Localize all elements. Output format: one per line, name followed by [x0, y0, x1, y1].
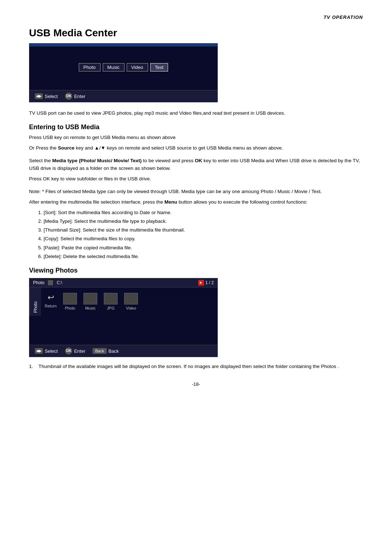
- note1: Note: * Files of selected Media type can…: [29, 188, 363, 196]
- music-folder-icon: [83, 293, 97, 304]
- tab-music[interactable]: Music: [103, 63, 124, 71]
- file-return[interactable]: ↩ Return: [45, 293, 57, 308]
- entering-para1: Press USB key on remote to get USB Media…: [29, 134, 363, 142]
- topbar-page: 1 / 2: [205, 280, 214, 285]
- note2-suffix: button allows you to execute the followi…: [177, 199, 307, 205]
- enter-label: Enter: [74, 94, 85, 99]
- para2-bold: Source: [58, 145, 75, 151]
- media-tabs: Photo Music Video Text: [79, 63, 168, 71]
- back-icon: Back: [93, 348, 106, 354]
- ui-footer: ◀▶ Select OK Enter: [29, 90, 217, 102]
- functions-list: [Sort]: Sort the multimedia files accord…: [44, 209, 363, 261]
- function-5: [Paste]: Paste the copied multimedia fil…: [44, 244, 363, 252]
- entering-para3: Select the Media type (Photo/ Music/ Mov…: [29, 157, 363, 172]
- select-footer-btn: ◀▶ Select: [35, 93, 58, 99]
- intro-text: TV USB port can be used to view JPEG pho…: [29, 110, 363, 117]
- photos-select-icon: ◀▶: [35, 348, 43, 354]
- video-folder-icon: [124, 293, 138, 304]
- jpg-folder-icon: [104, 293, 118, 304]
- ui-top-bar: [29, 44, 217, 46]
- topbar-right: ► 1 / 2: [198, 280, 214, 286]
- page-arrow-icon: ►: [198, 280, 204, 286]
- select-label: Select: [45, 94, 58, 99]
- video-label: Video: [126, 306, 136, 310]
- sidebar-label: Photo: [29, 287, 41, 316]
- function-1: [Sort]: Sort the multimedia files accord…: [44, 209, 363, 216]
- function-2: [Media Type]: Select the multimedia file…: [44, 218, 363, 225]
- photos-file-area: ↩ Return Photo Music JPG Video: [41, 287, 217, 316]
- page-number: -18-: [192, 381, 200, 387]
- photos-back-btn[interactable]: Back Back: [93, 348, 119, 354]
- entering-usb-heading: Entering to USB Media: [29, 123, 363, 131]
- folder-icon: [48, 280, 53, 285]
- photos-topbar: Photo C:\ ► 1 / 2: [29, 278, 217, 287]
- topbar-left: Photo C:\: [33, 280, 62, 285]
- note2: After entering the multimedia file selec…: [29, 199, 363, 206]
- photo-folder-icon: [63, 293, 77, 304]
- para3-bold2: OK: [195, 158, 202, 163]
- usb-media-center-ui: Photo Music Video Text ◀▶ Select OK Ente…: [29, 43, 218, 102]
- back-label: Back: [109, 348, 119, 354]
- photo-label: Photo: [65, 306, 75, 310]
- photos-empty-area: [29, 316, 217, 345]
- function-3: [Thumbnail Size]: Select the size of the…: [44, 226, 363, 234]
- tab-photo[interactable]: Photo: [79, 63, 101, 71]
- function-4: [Copy]: Select the multimedia files to c…: [44, 235, 363, 242]
- viewing-photos-ui: Photo C:\ ► 1 / 2 Photo ↩ Return Photo: [29, 278, 218, 357]
- note2-bold: Menu: [164, 199, 177, 205]
- photos-enter-btn: OK Enter: [65, 347, 85, 355]
- return-label: Return: [45, 304, 57, 308]
- photos-ok-icon: OK: [65, 347, 72, 355]
- page-footer: -18-: [29, 381, 363, 387]
- photos-select-btn: ◀▶ Select: [35, 348, 58, 354]
- usb-media-center-heading: USB Media Center: [29, 27, 363, 39]
- tab-video[interactable]: Video: [127, 63, 148, 71]
- header-title: TV OPERATION: [323, 15, 363, 20]
- photos-select-label: Select: [45, 348, 58, 354]
- para3-prefix: Select the: [29, 158, 52, 163]
- file-music[interactable]: Music: [83, 293, 97, 310]
- topbar-label: Photo: [33, 280, 44, 285]
- file-jpg[interactable]: JPG: [104, 293, 118, 310]
- function-6: [Delete]: Delete the selected multimedia…: [44, 253, 363, 260]
- para2-suffix: key and ▲/▼ keys on remote and select US…: [74, 145, 283, 151]
- para3-suffix: to be viewed and press: [142, 158, 195, 163]
- topbar-path: C:\: [57, 280, 62, 285]
- page-header: TV OPERATION: [29, 15, 363, 20]
- return-arrow-icon: ↩: [48, 293, 54, 302]
- file-photo[interactable]: Photo: [63, 293, 77, 310]
- thumbnail-note: 1. Thumbnail of the available images wil…: [29, 363, 363, 371]
- para2-prefix: Or Press the: [29, 145, 58, 151]
- para3-bold: Media type (Photo/ Music/ Movie/ Text): [52, 158, 142, 163]
- entering-para2: Or Press the Source key and ▲/▼ keys on …: [29, 144, 363, 152]
- photos-body: Photo ↩ Return Photo Music JPG: [29, 287, 217, 316]
- entering-para4: Press OK key to view subfolder or files …: [29, 175, 363, 183]
- viewing-photos-heading: Viewing Photos: [29, 267, 363, 274]
- ok-icon: OK: [65, 93, 72, 100]
- music-label: Music: [85, 306, 96, 310]
- enter-footer-btn: OK Enter: [65, 93, 85, 100]
- jpg-label: JPG: [107, 306, 114, 310]
- note2-prefix: After entering the multimedia file selec…: [29, 199, 164, 205]
- tab-text[interactable]: Text: [150, 63, 168, 71]
- thumbnail-note-text: Thumbnail of the available images will b…: [38, 364, 339, 369]
- ui-content: Photo Music Video Text: [29, 46, 217, 90]
- select-nav-icon: ◀▶: [35, 93, 43, 99]
- photos-enter-label: Enter: [74, 348, 85, 354]
- file-video[interactable]: Video: [124, 293, 138, 310]
- photos-footer: ◀▶ Select OK Enter Back Back: [29, 345, 217, 357]
